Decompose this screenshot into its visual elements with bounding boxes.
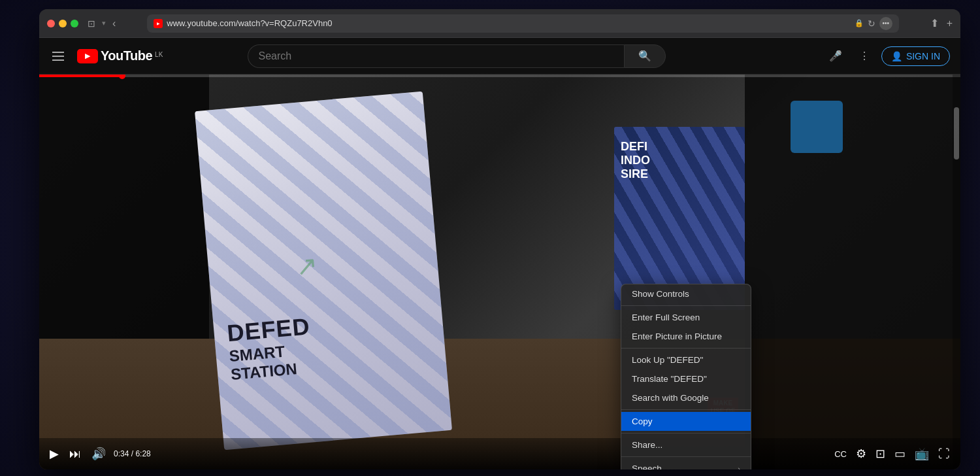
more-options-button[interactable]: ⋮ — [853, 44, 876, 68]
search-container: 🔍 — [248, 44, 666, 68]
share-button[interactable]: ⬆ — [930, 17, 939, 29]
fullscreen-button[interactable]: ⛶ — [936, 445, 953, 464]
context-menu-item-translate[interactable]: Translate "DEFED" — [621, 369, 751, 388]
main-package: DEFED SMART STATION — [195, 92, 452, 450]
browser-window: ⊡ ▾ ‹ www.youtube.com/watch?v=RQZu7R2Vhn… — [39, 9, 960, 469]
hamburger-line — [52, 56, 64, 57]
title-bar-controls: ⊡ ▾ ‹ — [88, 18, 116, 29]
context-menu-divider — [621, 348, 751, 348]
context-menu: Show Controls Enter Full Screen Enter Pi… — [621, 284, 751, 469]
blue-package-text: DEFIINDOSIRE — [621, 140, 650, 181]
chevron-down-icon: ▾ — [102, 19, 106, 27]
sign-in-label: SIGN IN — [906, 51, 940, 61]
subtitles-button[interactable]: CC — [832, 447, 849, 462]
video-container[interactable]: DEFED SMART STATION DEFIINDOSIRE MAKE US… — [39, 75, 960, 469]
youtube-logo-text: YouTube — [101, 48, 152, 63]
context-menu-item-copy[interactable]: Copy — [621, 412, 751, 431]
context-menu-divider — [621, 433, 751, 434]
refresh-button[interactable]: ↻ — [868, 18, 875, 29]
context-menu-item-speech[interactable]: Speech › — [621, 459, 751, 469]
hamburger-menu-button[interactable] — [50, 49, 67, 63]
translate-label: Translate "DEFED" — [632, 374, 707, 384]
scrollbar-thumb[interactable] — [954, 107, 959, 160]
context-menu-divider — [621, 456, 751, 457]
title-bar-right: ⬆ + — [930, 17, 953, 29]
youtube-logo-icon — [77, 49, 98, 63]
video-progress-bar[interactable] — [39, 75, 960, 77]
address-bar[interactable]: www.youtube.com/watch?v=RQZu7R2Vhn0 🔒 ↻ … — [147, 14, 898, 33]
microphone-button[interactable]: 🎤 — [824, 44, 847, 68]
play-pause-button[interactable]: ▶ — [47, 444, 61, 464]
cast-button[interactable]: 📺 — [912, 444, 932, 464]
secondary-package: DEFIINDOSIRE — [614, 127, 745, 310]
search-button[interactable]: 🔍 — [624, 44, 666, 68]
theater-mode-button[interactable]: ▭ — [892, 444, 908, 464]
back-button[interactable]: ‹ — [112, 18, 116, 29]
sidebar-toggle-button[interactable]: ⊡ — [88, 18, 95, 29]
context-menu-divider — [621, 305, 751, 306]
time-display: 0:34 / 6:28 — [114, 449, 151, 458]
new-tab-button[interactable]: + — [947, 18, 953, 29]
vertical-dots-icon: ⋮ — [859, 50, 870, 62]
close-button[interactable] — [47, 20, 55, 27]
hamburger-line — [52, 52, 64, 53]
video-controls-right: CC ⚙ ⊡ ▭ 📺 ⛶ — [832, 444, 953, 464]
lookup-label: Look Up "DEFED" — [632, 355, 703, 365]
title-bar: ⊡ ▾ ‹ www.youtube.com/watch?v=RQZu7R2Vhn… — [39, 9, 960, 38]
settings-button[interactable]: ⚙ — [853, 444, 869, 464]
video-content: DEFED SMART STATION DEFIINDOSIRE MAKE US… — [39, 75, 960, 469]
enter-pip-label: Enter Picture in Picture — [632, 332, 722, 341]
submenu-arrow-icon: › — [738, 465, 740, 470]
context-menu-item-share[interactable]: Share... — [621, 435, 751, 454]
search-icon: 🔍 — [638, 50, 651, 62]
context-menu-divider — [621, 409, 751, 410]
total-time: 6:28 — [135, 449, 150, 458]
account-icon: 👤 — [891, 51, 902, 61]
next-button[interactable]: ⏭ — [67, 445, 84, 464]
context-menu-item-enter-fullscreen[interactable]: Enter Full Screen — [621, 308, 751, 327]
video-controls-bar: ▶ ⏭ 🔊 0:34 / 6:28 CC ⚙ ⊡ ▭ 📺 ⛶ — [39, 438, 960, 469]
video-progress-played — [39, 75, 122, 77]
context-menu-item-search-google[interactable]: Search with Google — [621, 388, 751, 407]
search-google-label: Search with Google — [632, 393, 709, 403]
maximize-button[interactable] — [71, 20, 78, 27]
show-controls-label: Show Controls — [632, 289, 689, 299]
header-right-controls: 🎤 ⋮ 👤 SIGN IN — [824, 44, 950, 68]
minimize-button[interactable] — [59, 20, 67, 27]
current-time: 0:34 — [114, 449, 129, 458]
volume-button[interactable]: 🔊 — [89, 444, 108, 464]
share-label: Share... — [632, 440, 662, 450]
package-text: DEFED SMART STATION — [226, 313, 314, 384]
speech-label: Speech — [632, 464, 662, 469]
youtube-logo[interactable]: YouTube LK — [77, 48, 163, 63]
context-menu-item-lookup[interactable]: Look Up "DEFED" — [621, 350, 751, 369]
more-options-button[interactable]: ••• — [879, 17, 892, 30]
video-right-letterbox — [745, 75, 960, 469]
scrollbar-track — [953, 75, 960, 469]
favicon-icon — [154, 19, 163, 28]
microphone-icon: 🎤 — [829, 50, 842, 62]
miniplayer-button[interactable]: ⊡ — [873, 444, 888, 464]
context-menu-item-enter-pip[interactable]: Enter Picture in Picture — [621, 327, 751, 346]
lock-icon: 🔒 — [855, 19, 864, 27]
url-text: www.youtube.com/watch?v=RQZu7R2Vhn0 — [167, 18, 850, 28]
search-input[interactable] — [248, 44, 624, 68]
blue-accent-box — [791, 101, 843, 153]
enter-fullscreen-label: Enter Full Screen — [632, 313, 700, 322]
traffic-lights — [47, 20, 78, 27]
context-menu-item-show-controls[interactable]: Show Controls — [621, 284, 751, 303]
sign-in-button[interactable]: 👤 SIGN IN — [881, 46, 950, 66]
package-arrow — [286, 245, 328, 287]
youtube-locale-label: LK — [155, 51, 163, 58]
youtube-header: YouTube LK 🔍 🎤 ⋮ 👤 SIGN IN — [39, 38, 960, 75]
hamburger-line — [52, 60, 64, 61]
copy-label: Copy — [632, 416, 653, 426]
